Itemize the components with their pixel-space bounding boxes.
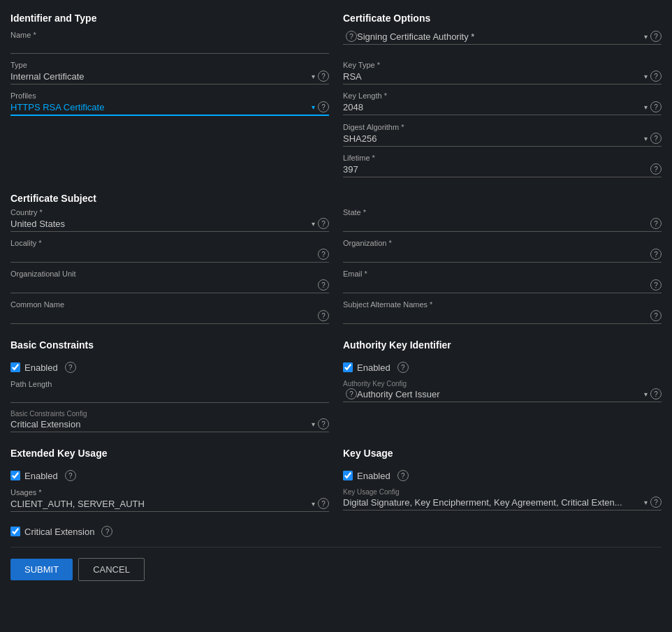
path-length-label: Path Length — [10, 380, 329, 388]
eku-enabled-label: Enabled — [24, 471, 58, 481]
aki-enabled-row: Enabled ? — [343, 358, 662, 377]
key-length-dropdown-icon: ▾ — [644, 103, 648, 111]
ku-enabled-help-icon[interactable]: ? — [397, 470, 409, 481]
eku-enabled-help-icon[interactable]: ? — [65, 470, 76, 481]
ku-enabled-checkbox[interactable] — [343, 471, 353, 480]
auth-key-config-help-icon[interactable]: ? — [346, 388, 357, 399]
auth-key-config-help2-icon[interactable]: ? — [650, 388, 662, 399]
org-unit-label: Organizational Unit — [10, 270, 329, 278]
organization-help-icon[interactable]: ? — [650, 249, 662, 260]
organization-field-group: Organization * ? — [343, 239, 662, 263]
type-help-icon[interactable]: ? — [318, 71, 329, 82]
submit-button[interactable]: SUBMIT — [10, 559, 73, 580]
usages-dropdown-icon: ▾ — [312, 500, 315, 508]
key-length-field-group: Key Length * 2048 ▾ ? — [343, 91, 662, 116]
aki-enabled-help-icon[interactable]: ? — [397, 362, 409, 373]
digest-select[interactable]: SHA256 — [343, 133, 643, 144]
profiles-label: Profiles — [10, 91, 329, 100]
state-help-icon[interactable]: ? — [650, 218, 662, 229]
key-length-label: Key Length * — [343, 91, 662, 100]
country-label: Country * — [10, 208, 329, 216]
path-length-field-group: Path Length — [10, 380, 329, 403]
signing-ca-help-icon[interactable]: ? — [346, 31, 357, 42]
san-input[interactable] — [343, 311, 648, 321]
eku-enabled-checkbox[interactable] — [10, 471, 20, 480]
email-help-icon[interactable]: ? — [650, 279, 662, 291]
name-input[interactable] — [10, 41, 329, 51]
lifetime-help-icon[interactable]: ? — [650, 163, 662, 175]
email-label: Email * — [343, 270, 662, 278]
key-usage-config-field-group: Key Usage Config Digital Signature, Key … — [343, 488, 662, 512]
country-field-group: Country * United States ▾ ? — [10, 208, 329, 232]
key-length-help-icon[interactable]: ? — [650, 101, 662, 112]
country-help-icon[interactable]: ? — [318, 218, 329, 229]
aki-enabled-label: Enabled — [357, 362, 390, 373]
name-label: Name * — [10, 31, 329, 39]
lifetime-input[interactable] — [343, 164, 648, 175]
bc-enabled-help-icon[interactable]: ? — [65, 362, 76, 373]
key-type-field-group: Key Type * RSA ▾ ? — [343, 61, 662, 84]
bc-enabled-checkbox[interactable] — [10, 362, 20, 372]
org-unit-input[interactable] — [10, 280, 315, 291]
san-help-icon[interactable]: ? — [650, 310, 662, 321]
country-select[interactable]: United States — [10, 219, 310, 229]
key-type-select[interactable]: RSA — [343, 71, 643, 82]
email-input[interactable] — [343, 280, 648, 291]
key-type-label: Key Type * — [343, 61, 662, 69]
signing-ca-select[interactable]: Signing Certificate Authority * — [357, 31, 643, 42]
common-name-input[interactable] — [10, 311, 315, 321]
cert-subject-title: Certificate Subject — [10, 187, 662, 208]
critical-extension-label: Critical Extension — [24, 527, 94, 537]
ku-enabled-label: Enabled — [357, 471, 390, 481]
eku-enabled-row: Enabled ? — [10, 466, 329, 485]
bc-enabled-label: Enabled — [24, 362, 58, 373]
email-field-group: Email * ? — [343, 270, 662, 293]
organization-input[interactable] — [343, 249, 648, 260]
type-dropdown-icon: ▾ — [312, 73, 315, 80]
critical-extension-help-icon[interactable]: ? — [101, 526, 112, 537]
certificate-options-section-title: Certificate Options — [343, 7, 662, 28]
profiles-select[interactable]: HTTPS RSA Certificate — [10, 102, 310, 112]
auth-key-config-select[interactable]: Authority Cert Issuer — [357, 389, 643, 399]
identifier-section-title: Identifier and Type — [10, 7, 329, 28]
key-usage-config-select[interactable]: Digital Signature, Key Encipherment, Key… — [343, 497, 643, 508]
common-name-field-group: Common Name ? — [10, 300, 329, 324]
auth-key-config-dropdown-icon: ▾ — [644, 390, 648, 398]
path-length-input[interactable] — [10, 390, 329, 400]
type-field-group: Type Internal Certificate ▾ ? — [10, 61, 329, 84]
bc-config-select[interactable]: Critical Extension — [10, 419, 310, 429]
basic-constraints-title: Basic Constraints — [10, 334, 329, 355]
key-usage-config-help-icon[interactable]: ? — [650, 497, 662, 508]
type-select[interactable]: Internal Certificate — [10, 71, 310, 82]
common-name-help-icon[interactable]: ? — [318, 310, 329, 321]
bc-enabled-row: Enabled ? — [10, 358, 329, 377]
state-input[interactable] — [343, 219, 648, 229]
bc-config-help-icon[interactable]: ? — [318, 418, 329, 429]
profiles-dropdown-icon: ▾ — [312, 103, 315, 111]
signing-ca-help2-icon[interactable]: ? — [650, 31, 662, 42]
cancel-button[interactable]: CANCEL — [78, 558, 145, 581]
profiles-field-group: Profiles HTTPS RSA Certificate ▾ ? — [10, 91, 329, 116]
aki-enabled-checkbox[interactable] — [343, 362, 353, 372]
state-field-group: State * ? — [343, 208, 662, 232]
usages-help-icon[interactable]: ? — [318, 498, 329, 509]
critical-extension-checkbox[interactable] — [10, 527, 20, 536]
signing-ca-dropdown-icon: ▾ — [644, 33, 648, 41]
key-length-select[interactable]: 2048 — [343, 102, 643, 112]
key-type-help-icon[interactable]: ? — [650, 71, 662, 82]
organization-label: Organization * — [343, 239, 662, 247]
digest-dropdown-icon: ▾ — [644, 135, 648, 142]
key-type-dropdown-icon: ▾ — [644, 73, 648, 80]
locality-input[interactable] — [10, 249, 315, 260]
digest-help-icon[interactable]: ? — [650, 133, 662, 144]
profiles-help-icon[interactable]: ? — [318, 101, 329, 112]
org-unit-help-icon[interactable]: ? — [318, 279, 329, 291]
critical-extension-row: Critical Extension ? — [10, 522, 662, 541]
type-label: Type — [10, 61, 329, 69]
lifetime-field-group: Lifetime * ? — [343, 154, 662, 177]
usages-select[interactable]: CLIENT_AUTH, SERVER_AUTH — [10, 499, 310, 509]
locality-label: Locality * — [10, 239, 329, 247]
ku-enabled-row: Enabled ? — [343, 466, 662, 485]
locality-help-icon[interactable]: ? — [318, 249, 329, 260]
digest-field-group: Digest Algorithm * SHA256 ▾ ? — [343, 123, 662, 147]
